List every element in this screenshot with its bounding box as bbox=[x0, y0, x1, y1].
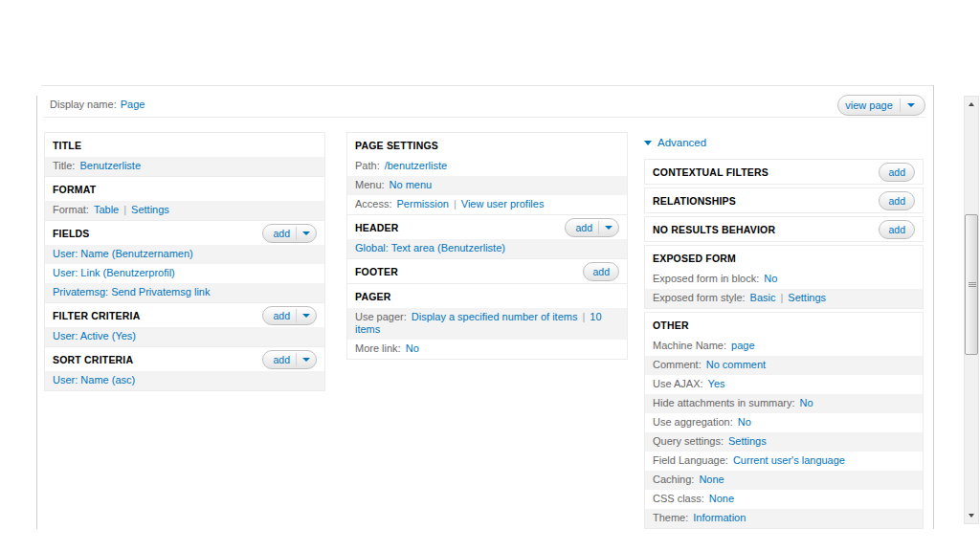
setting-link[interactable]: Benutzerliste bbox=[79, 160, 141, 171]
setting-link[interactable]: Settings bbox=[131, 204, 169, 215]
bucket-exposed-form: EXPOSED FORMExposed form in block:NoExpo… bbox=[644, 245, 924, 309]
setting-link[interactable]: None bbox=[709, 493, 734, 504]
content-right-border bbox=[933, 85, 934, 529]
setting-label: Query settings: bbox=[653, 435, 724, 447]
bucket-title-other: OTHER bbox=[653, 320, 689, 331]
view-page-label: view page bbox=[841, 99, 900, 111]
setting-label: Field Language: bbox=[653, 454, 728, 466]
topbar-separator bbox=[43, 117, 925, 118]
add-button-label: add bbox=[263, 354, 296, 365]
setting-link[interactable]: Display a specified number of items bbox=[412, 311, 578, 322]
setting-link[interactable]: Permission bbox=[397, 198, 449, 209]
bucket-title-contextual-filters: CONTEXTUAL FILTERS bbox=[653, 166, 768, 178]
add-button-fields[interactable]: add bbox=[262, 224, 317, 243]
add-button-sort-criteria[interactable]: add bbox=[262, 350, 317, 369]
add-button-footer[interactable]: add bbox=[583, 262, 619, 281]
setting-link[interactable]: /benutzerliste bbox=[385, 160, 447, 171]
view-page-button[interactable]: view page bbox=[837, 95, 925, 116]
chevron-down-icon[interactable] bbox=[907, 103, 915, 107]
add-button-filter-criteria[interactable]: add bbox=[262, 306, 317, 325]
add-button-label: add bbox=[880, 224, 914, 235]
setting-label: Theme: bbox=[653, 512, 688, 523]
setting-row: Use pager:Display a specified number of … bbox=[347, 308, 627, 340]
setting-link[interactable]: Yes bbox=[708, 378, 725, 389]
views-edit-page: Display name:Page view page TITLETitle:B… bbox=[0, 0, 980, 551]
setting-link[interactable]: Privatemsg: Send Privatemsg link bbox=[53, 286, 210, 298]
bucket-footer: FOOTERadd bbox=[346, 258, 628, 284]
column-left: TITLETitle:BenutzerlisteFORMATFormat:Tab… bbox=[44, 132, 325, 391]
setting-label: Comment: bbox=[653, 359, 702, 370]
bucket-page-settings: PAGE SETTINGSPath:/benutzerlisteMenu:No … bbox=[346, 132, 628, 215]
setting-link[interactable]: Current user's language bbox=[733, 454, 845, 466]
advanced-buckets: CONTEXTUAL FILTERSaddRELATIONSHIPSaddNO … bbox=[644, 159, 924, 529]
setting-link[interactable]: No bbox=[800, 397, 813, 408]
setting-link[interactable]: User: Active (Yes) bbox=[53, 330, 136, 342]
setting-label: Exposed form style: bbox=[653, 292, 746, 303]
add-button-label: add bbox=[263, 310, 296, 321]
pipe-separator: | bbox=[454, 198, 457, 209]
chevron-down-icon[interactable] bbox=[605, 226, 612, 230]
setting-row: Access:Permission|View user profiles bbox=[347, 195, 627, 214]
setting-row: Format:Table|Settings bbox=[45, 201, 324, 220]
add-button-header[interactable]: add bbox=[565, 218, 619, 237]
chevron-down-icon[interactable] bbox=[302, 231, 310, 235]
setting-link[interactable]: User: Link (Benutzerprofil) bbox=[53, 267, 175, 278]
setting-row: Machine Name:page bbox=[645, 337, 923, 356]
bucket-header-exposed-form: EXPOSED FORM bbox=[645, 246, 923, 270]
setting-row: User: Active (Yes) bbox=[45, 327, 324, 346]
advanced-toggle[interactable]: Advanced bbox=[644, 134, 924, 151]
setting-row: Global: Text area (Benutzerliste) bbox=[347, 239, 627, 258]
setting-label: Use AJAX: bbox=[653, 378, 703, 389]
bucket-other: OTHERMachine Name:pageComment:No comment… bbox=[644, 312, 924, 529]
setting-link[interactable]: Settings bbox=[788, 292, 826, 303]
setting-link[interactable]: Settings bbox=[728, 435, 767, 447]
setting-link[interactable]: None bbox=[699, 474, 724, 485]
bucket-title-page-settings: PAGE SETTINGS bbox=[355, 140, 438, 151]
add-button-label: add bbox=[263, 228, 296, 239]
scrollbar-thumb[interactable] bbox=[965, 214, 978, 355]
setting-link[interactable]: Table bbox=[94, 204, 119, 215]
bucket-format: FORMATFormat:Table|Settings bbox=[44, 176, 325, 221]
setting-row: User: Name (Benutzernamen) bbox=[45, 245, 324, 264]
setting-link[interactable]: No comment bbox=[706, 359, 766, 370]
vertical-scrollbar[interactable] bbox=[964, 96, 979, 524]
setting-link[interactable]: No bbox=[764, 273, 777, 284]
chevron-down-icon[interactable] bbox=[302, 358, 310, 362]
setting-link[interactable]: No bbox=[406, 342, 419, 354]
scroll-up-button[interactable] bbox=[965, 97, 978, 112]
bucket-header-title: TITLE bbox=[45, 133, 324, 157]
display-name-link[interactable]: Page bbox=[121, 99, 145, 110]
pipe-separator: | bbox=[582, 311, 585, 322]
button-divider bbox=[296, 227, 297, 240]
setting-label: Title: bbox=[53, 160, 75, 171]
add-button-relationships[interactable]: add bbox=[879, 191, 915, 210]
setting-link[interactable]: Global: Text area (Benutzerliste) bbox=[355, 242, 505, 253]
setting-row: Menu:No menu bbox=[347, 176, 627, 195]
bucket-title-sort-criteria: SORT CRITERIA bbox=[53, 354, 133, 365]
bucket-title-no-results-behavior: NO RESULTS BEHAVIOR bbox=[653, 224, 775, 235]
setting-label: More link: bbox=[355, 342, 401, 354]
setting-row: Theme:Information bbox=[645, 509, 923, 528]
setting-label: Hide attachments in summary: bbox=[653, 397, 795, 408]
setting-row: Query settings:Settings bbox=[645, 432, 923, 452]
content-left-border bbox=[36, 96, 37, 529]
add-button-contextual-filters[interactable]: add bbox=[879, 163, 915, 182]
setting-row: Hide attachments in summary:No bbox=[645, 394, 923, 413]
setting-link[interactable]: View user profiles bbox=[461, 198, 545, 209]
setting-link[interactable]: User: Name (asc) bbox=[53, 374, 135, 386]
add-button-no-results-behavior[interactable]: add bbox=[879, 220, 915, 239]
setting-label: Machine Name: bbox=[653, 340, 726, 351]
setting-link[interactable]: No menu bbox=[390, 179, 433, 190]
setting-link[interactable]: User: Name (Benutzernamen) bbox=[53, 248, 193, 259]
display-name-row: Display name:Page bbox=[50, 99, 145, 110]
bucket-title-header: HEADER bbox=[355, 222, 399, 233]
setting-link[interactable]: Information bbox=[693, 512, 746, 523]
scroll-down-button[interactable] bbox=[965, 508, 978, 523]
bucket-title-title: TITLE bbox=[53, 140, 81, 151]
add-button-label: add bbox=[566, 222, 598, 233]
setting-link[interactable]: No bbox=[738, 416, 751, 428]
setting-link[interactable]: page bbox=[731, 340, 754, 351]
setting-label: Access: bbox=[355, 198, 392, 209]
setting-link[interactable]: Basic bbox=[750, 292, 776, 303]
chevron-down-icon[interactable] bbox=[302, 314, 310, 318]
